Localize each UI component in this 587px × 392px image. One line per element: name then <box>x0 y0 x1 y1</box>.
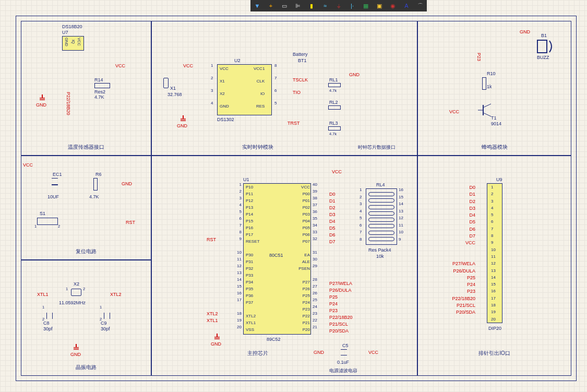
gnd-bat: GND <box>349 72 360 77</box>
r14-type: Res2 <box>94 89 105 94</box>
rst-net: RST <box>207 237 216 242</box>
rtc-pins-right: VCC1 CLK IO RES <box>254 66 265 116</box>
r6-ref: R6 <box>95 172 102 177</box>
chip-icon[interactable]: ▮ <box>307 1 316 10</box>
gnd-buz: GND <box>520 29 530 34</box>
schematic-canvas: DS18B20 U7 GND IQ VCC GND VCC R14 Res2 4… <box>0 0 587 392</box>
mcu-pins-left: P10P11P12P13P14P15P16P17RESETP30P31P32P3… <box>246 185 260 334</box>
battery-label: Battery <box>293 52 308 57</box>
pin-vcc: VCC <box>77 38 81 46</box>
b1-ref: B1 <box>541 33 547 38</box>
gnd-xtal-label: GND <box>70 352 81 357</box>
letter-a-icon[interactable]: A <box>402 1 411 10</box>
buzz-label: BUZZ <box>537 55 549 60</box>
net-18b20: P22/18B20 <box>66 92 71 115</box>
r14-ref: R14 <box>94 77 103 82</box>
c8-cap <box>46 313 53 319</box>
x1-val: 32.768 <box>167 92 182 97</box>
gnd-xtal <box>74 344 79 350</box>
mcu-nets-d: D0D1D2D3D4D5D6D7 <box>329 185 336 246</box>
rl3-ref: RL3 <box>329 121 338 126</box>
c8-val: 30pf <box>43 326 53 331</box>
r10-ref: R10 <box>487 71 496 76</box>
gnd-rtc-label: GND <box>177 123 187 128</box>
mcu-pn-left: 1234567891011121314151617181920 <box>235 182 242 331</box>
ruler-icon[interactable]: |· <box>348 1 357 10</box>
c9-val: 30pf <box>101 326 110 331</box>
c5-ref: C5 <box>342 343 349 348</box>
xtl2-net: XTL2 <box>110 292 122 297</box>
render-icon[interactable]: ▦ <box>361 1 370 10</box>
gnd-rtc <box>181 115 186 122</box>
gnd-mcu <box>214 334 220 340</box>
t1-type: 9014 <box>491 121 501 126</box>
r14-res <box>94 83 110 88</box>
gnd-icon[interactable]: ⏚ <box>334 1 343 10</box>
c5-cap <box>341 349 347 355</box>
rl3-val: 4.7k <box>329 132 337 136</box>
rl1-val: 4.7k <box>329 88 337 93</box>
r10-val: 1k <box>487 84 492 89</box>
wave-icon[interactable]: ≈ <box>320 1 330 10</box>
pn-6: 6 <box>274 88 277 101</box>
rl3-res <box>328 126 341 130</box>
respack-body <box>366 188 397 245</box>
vcc-rtc: VCC <box>183 63 193 68</box>
pin-gnd: GND <box>64 38 69 46</box>
sw-pin1: 1 <box>34 224 37 229</box>
gnd-mcu-label: GND <box>211 341 221 347</box>
rtc-module: U2 DS1302 VCC X1 X2 GND 1 2 3 4 VCC1 CLK… <box>151 21 417 156</box>
ec1-cap <box>52 178 58 185</box>
circle-a-icon[interactable]: ◉ <box>388 1 398 10</box>
x2-ref: X2 <box>74 281 79 287</box>
r10-res <box>482 77 486 90</box>
mcu-pins-right: VCCP00P01P02P03P04P05P06P07EAALEPSENP27P… <box>295 185 310 334</box>
xtal-module: XTL1 XTL2 X2 1 2 11.0592MHz C8 1 2 30pf … <box>21 260 151 376</box>
vcc-mcu: VCC <box>332 169 342 174</box>
r6-val: 4.7K <box>89 194 99 199</box>
note-icon[interactable]: ▣ <box>375 1 384 10</box>
vcc-label: VCC <box>115 63 125 68</box>
reset-title: 复位电路 <box>76 248 97 255</box>
s1-ref: S1 <box>40 211 45 216</box>
rtc-title: 实时时钟模块 <box>242 144 273 151</box>
r14-val: 4.7K <box>94 94 104 100</box>
transistor-symbol <box>478 102 494 118</box>
freq-label: 11.0592MHz <box>59 300 86 305</box>
crosshair-icon[interactable]: + <box>266 1 275 10</box>
respack-type: Res Pack4 <box>368 247 391 253</box>
header-nets: D0D1D2D3D4D5D6D7VCCP27/WELAP26/DULAP25P2… <box>434 185 475 324</box>
filter-icon[interactable]: ▼ <box>253 1 262 10</box>
arc-icon[interactable]: ⌒ <box>415 1 425 10</box>
pn-1: 1 <box>211 63 213 76</box>
ref-label: U7 <box>62 30 68 35</box>
rl2-res <box>328 105 341 110</box>
pn-7: 7 <box>274 76 277 88</box>
pin-vcc: VCC <box>220 66 229 79</box>
rect-icon[interactable]: ▭ <box>280 1 289 10</box>
rtc-pn-left: 1 2 3 4 <box>211 63 213 113</box>
rtc-pn-right: 8 7 6 5 <box>274 63 277 113</box>
ec1-ref: EC1 <box>53 172 62 177</box>
mcu-nets-p2: P27/WELAP26/DULAP25P24P23P22/18B20P21/SC… <box>329 281 353 335</box>
net-tio: TIO <box>293 90 301 95</box>
rtc-pins-left: VCC X1 X2 GND <box>220 66 229 116</box>
pn-4: 4 <box>211 101 213 113</box>
pin-gnd: GND <box>220 104 229 116</box>
buzzer-arc <box>548 40 555 53</box>
s1-switch <box>37 218 58 225</box>
net-trst: TRST <box>287 121 300 126</box>
net-rst: RST <box>126 220 135 225</box>
respack-pn-left: 12345678 <box>360 187 362 244</box>
crystal-x2 <box>71 289 81 296</box>
gnd-label: GND <box>36 102 46 108</box>
mcu-title: 主控芯片 <box>247 350 268 357</box>
mcu-module: U1 80C51 89C52 P10P11P12P13P14P15P16P17R… <box>151 156 417 376</box>
temp-sensor-module: DS18B20 U7 GND IQ VCC GND VCC R14 Res2 4… <box>21 21 151 156</box>
rl4-ref: RL4 <box>376 182 385 187</box>
pin-iq: IQ <box>71 40 76 44</box>
mcu-core: 80C51 <box>269 253 283 258</box>
buzzer-title: 蜂鸣器模块 <box>482 144 508 151</box>
align-icon[interactable]: ⊫ <box>293 1 303 10</box>
vcc-filt: VCC <box>368 350 378 355</box>
